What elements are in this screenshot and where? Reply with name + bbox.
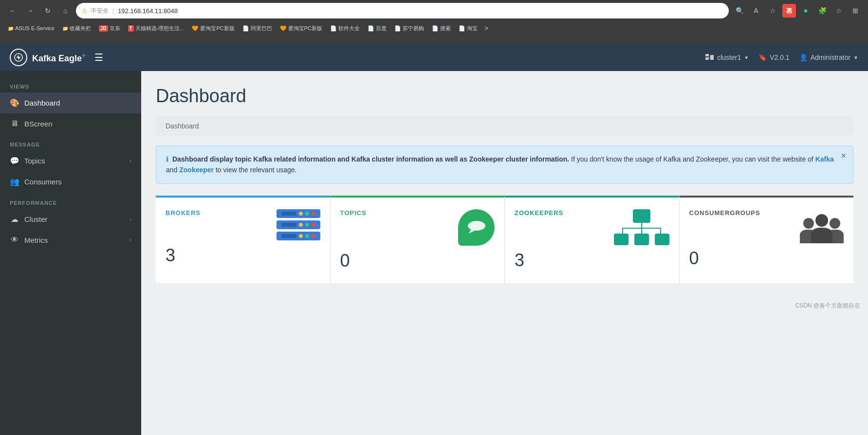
admin-name: Administrator [811,54,850,61]
bookmark-taobao2[interactable]: 🧡 爱淘宝PC新版 [277,24,325,33]
topics-value: 0 [340,251,495,271]
star-icon[interactable]: ☆ [766,4,779,18]
security-label: 不安全 [91,7,109,15]
top-nav: Kafka Eagle+ ☰ cluster1 ▼ 🔖 V2.0.1 👤 [0,44,868,71]
sidebar-section-performance: PERFORMANCE ☁ Cluster › 👁 Metrics › [0,192,141,250]
search-icon[interactable]: 🔍 [733,4,746,18]
sidebar-section-message: MESSAGE 💬 Topics › 👥 Consumers [0,134,141,192]
content-area: Dashboard Dashboard × ℹ Dashboard displa… [141,71,868,435]
page-icon: 📄 [330,25,337,32]
admin-caret: ▼ [853,55,858,60]
page-icon: 📄 [242,25,249,32]
consumers-icon: 👥 [10,177,19,186]
puzzle-icon[interactable]: 🧩 [815,4,829,18]
topics-icon: 💬 [10,156,19,165]
version-display: 🔖 V2.0.1 [758,54,789,61]
section-title-message: MESSAGE [0,134,141,150]
bookmark-tmall[interactable]: T 天猫精选-理想生活... [125,24,187,33]
bscreen-icon: 🖥 [10,119,19,128]
page-icon: 📄 [394,25,401,32]
browser-ext-icon[interactable]: ● [799,4,813,18]
topics-chevron-icon: › [129,158,131,164]
watermark: CSDN @各个方面都自在 [141,298,868,314]
sidebar-label-bscreen: BScreen [24,120,53,128]
sidebar-item-dashboard[interactable]: 🎨 Dashboard [0,92,141,113]
stat-card-brokers: BROKERS [156,196,331,283]
sidebar-item-consumers[interactable]: 👥 Consumers [0,171,141,192]
alert-kafka-link[interactable]: Kafka [815,155,834,163]
alert-bold-text: Dashboard display topic Kafka related in… [172,155,569,163]
zookeepers-label: ZOOKEEPERS [515,209,563,217]
back-button[interactable]: ← [6,4,19,18]
bookmark-search[interactable]: 📄 搜索 [429,24,454,33]
sidebar-section-views: VIEWS 🎨 Dashboard 🖥 BScreen [0,76,141,134]
svg-point-8 [468,221,485,231]
address-text: 192.168.164.11:8048 [118,7,723,15]
info-alert: × ℹ Dashboard display topic Kafka relate… [156,145,853,184]
forward-button[interactable]: → [23,4,37,18]
kafka-eagle-logo-svg [14,53,23,62]
bookmark-taobao3[interactable]: 📄 淘宝 [456,24,480,33]
brokers-label: BROKERS [166,209,201,217]
cluster-selector[interactable]: cluster1 ▼ [705,54,749,61]
page-icon: 📄 [368,25,374,32]
cluster-caret: ▼ [744,55,749,60]
stat-card-consumergroups: CONSUMERGROUPS [680,196,854,283]
taobao-icon: 🧡 [192,25,199,32]
home-button[interactable]: ⌂ [58,4,72,18]
topics-header: TOPICS [340,209,495,246]
sidebar-item-bscreen[interactable]: 🖥 BScreen [0,113,141,134]
menu-icon[interactable]: ⊞ [849,4,862,18]
bookmark-jd[interactable]: JD 京东 [96,24,123,33]
cluster-name: cluster1 [717,54,741,61]
cluster-sidebar-icon: ☁ [10,215,19,224]
extension-icon[interactable]: 惠 [782,4,796,18]
version-text: V2.0.1 [770,54,789,61]
bookmark-asus[interactable]: 📁 ASUS E-Service [5,24,57,32]
info-icon: ℹ [166,155,168,163]
stats-row: BROKERS [156,196,853,283]
more-bookmarks[interactable]: > [484,24,488,32]
alert-normal-text: If you don't know the usage of Kafka and… [571,155,815,163]
security-warning-icon: ⚠ [82,7,87,14]
svg-rect-4 [705,54,709,56]
sidebar-item-cluster[interactable]: ☁ Cluster › [0,209,141,230]
browser-chrome: ← → ↻ ⌂ ⚠ 不安全 | 192.168.164.11:8048 🔍 A … [0,0,868,44]
cluster-chevron-icon: › [129,216,131,223]
collection-icon[interactable]: ☆ [832,4,846,18]
sidebar-label-consumers: Consumers [24,178,62,186]
brokers-header: BROKERS [166,209,320,240]
alert-close-button[interactable]: × [841,151,846,161]
consumergroups-value: 0 [689,248,844,269]
metrics-icon: 👁 [10,236,19,244]
content-inner: Dashboard Dashboard × ℹ Dashboard displa… [141,71,868,298]
browser-toolbar: ← → ↻ ⌂ ⚠ 不安全 | 192.168.164.11:8048 🔍 A … [0,0,868,21]
font-icon[interactable]: A [749,4,763,18]
folder-icon: 📁 [8,26,14,31]
bookmark-favorites[interactable]: 📁 收藏夹栏 [59,24,94,33]
sidebar-item-topics[interactable]: 💬 Topics › [0,150,141,171]
refresh-button[interactable]: ↻ [41,4,55,18]
stat-card-topics: TOPICS 0 [331,196,505,283]
bookmark-alibaba[interactable]: 📄 阿里巴巴 [240,24,275,33]
bookmark-software[interactable]: 📄 软件大全 [327,24,363,33]
bookmark-baidu[interactable]: 📄 百度 [365,24,389,33]
bookmark-taobao1[interactable]: 🧡 爱淘宝PC新版 [189,24,237,33]
page-icon: 📄 [459,25,465,32]
consumergroups-graphic [800,209,844,243]
sidebar-item-metrics[interactable]: 👁 Metrics › [0,230,141,250]
logo-icon [10,49,27,66]
bookmark-suning[interactable]: 📄 苏宁易购 [391,24,427,33]
consumergroups-label: CONSUMERGROUPS [689,209,760,217]
taobao-icon: 🧡 [280,25,287,32]
top-nav-right: cluster1 ▼ 🔖 V2.0.1 👤 Administrator ▼ [705,54,858,61]
hamburger-button[interactable]: ☰ [91,48,107,67]
topics-label: TOPICS [340,209,367,217]
admin-menu[interactable]: 👤 Administrator ▼ [799,54,858,61]
address-bar[interactable]: ⚠ 不安全 | 192.168.164.11:8048 [76,3,729,18]
alert-zookeeper-link[interactable]: Zookeeper [179,166,214,174]
app-container: Kafka Eagle+ ☰ cluster1 ▼ 🔖 V2.0.1 👤 [0,44,868,435]
tmall-icon: T [128,25,134,32]
sidebar-label-metrics: Metrics [24,236,48,244]
stat-card-zookeepers: ZOOKEEPERS 3 [505,196,680,283]
